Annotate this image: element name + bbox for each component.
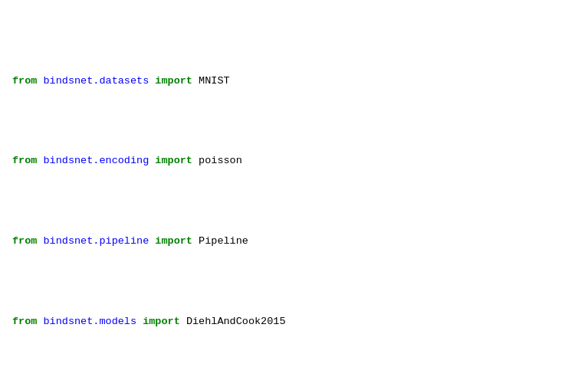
code-container: from bindsnet.datasets import MNIST from… bbox=[12, 9, 576, 390]
line-2: from bindsnet.encoding import poisson bbox=[12, 153, 576, 169]
line-4: from bindsnet.models import DiehlAndCook… bbox=[12, 314, 576, 330]
line-1: from bindsnet.datasets import MNIST bbox=[12, 74, 576, 90]
line-3: from bindsnet.pipeline import Pipeline bbox=[12, 234, 576, 250]
